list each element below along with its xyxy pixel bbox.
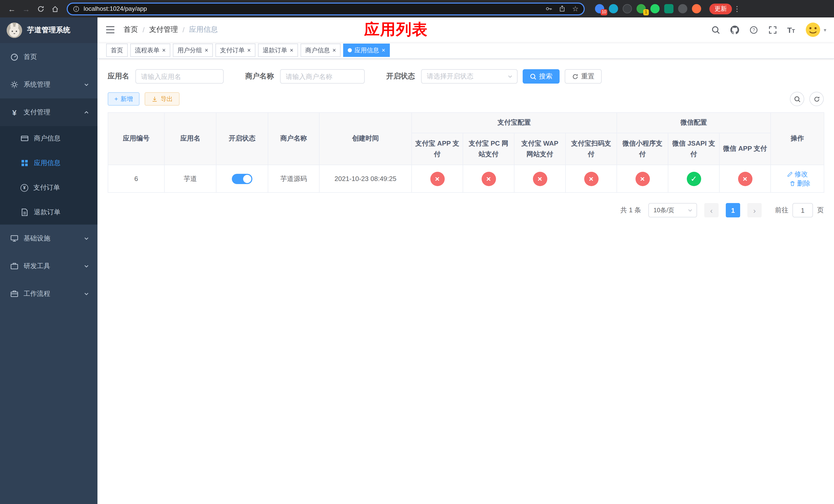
merchant-name-input[interactable] — [280, 69, 365, 84]
page-size-select[interactable]: 10条/页 — [648, 203, 697, 217]
status-select[interactable]: 请选择开启状态 — [421, 69, 518, 84]
tab-merchant-info[interactable]: 商户信息× — [301, 44, 341, 57]
extension-icon-5[interactable] — [650, 4, 660, 13]
page-1-button[interactable]: 1 — [726, 203, 740, 217]
sidebar-item-label: 工作流程 — [24, 289, 79, 298]
export-button[interactable]: 导出 — [145, 92, 179, 106]
prev-page-button[interactable]: ‹ — [704, 203, 719, 217]
page-info-icon[interactable] — [73, 5, 80, 12]
sidebar-item-refund-orders[interactable]: 退款订单 — [0, 200, 97, 225]
gear-icon — [10, 81, 19, 89]
breadcrumb-payment[interactable]: 支付管理 — [149, 25, 178, 35]
password-key-icon[interactable] — [546, 5, 553, 12]
user-menu[interactable]: ▾ — [805, 22, 826, 38]
col-header-wechat-jsapi: 微信 JSAPI 支付 — [668, 133, 719, 165]
font-size-icon[interactable]: TT — [787, 26, 795, 33]
wechat-jsapi-status-icon: ✓ — [686, 171, 701, 186]
home-icon — [51, 5, 59, 13]
breadcrumb-current: 应用信息 — [189, 25, 218, 35]
col-header-status: 开启状态 — [216, 113, 268, 165]
monitor-icon — [10, 234, 19, 243]
back-button[interactable]: ← — [5, 2, 19, 15]
status-toggle[interactable] — [232, 174, 253, 184]
yen-icon: ¥ — [10, 109, 19, 116]
search-icon[interactable] — [711, 25, 720, 34]
col-group-wechat: 微信配置 — [617, 113, 771, 133]
tab-refund-orders[interactable]: 退款订单× — [258, 44, 298, 57]
col-header-ops: 操作 — [771, 113, 824, 165]
extension-icon-3[interactable] — [623, 4, 632, 13]
toggle-search-button[interactable] — [790, 92, 804, 106]
extension-icon-6[interactable] — [664, 4, 674, 13]
extension-icon-4[interactable]: 1 — [637, 4, 646, 13]
sidebar-item-home[interactable]: 首页 — [0, 43, 97, 71]
bookmark-star-icon[interactable]: ☆ — [572, 5, 578, 12]
search-icon — [794, 96, 800, 102]
tab-process-form[interactable]: 流程表单× — [130, 44, 170, 57]
reload-button[interactable] — [34, 2, 47, 15]
close-icon[interactable]: × — [205, 47, 208, 53]
url-text[interactable]: localhost:1024/pay/app — [84, 5, 541, 12]
close-icon[interactable]: × — [290, 47, 293, 53]
col-header-alipay-pc: 支付宝 PC 网站支付 — [463, 133, 514, 165]
caret-down-icon: ▾ — [824, 27, 826, 32]
tab-pay-orders[interactable]: 支付订单× — [215, 44, 256, 57]
dashboard-icon — [10, 53, 19, 61]
sidebar-item-label: 应用信息 — [34, 158, 89, 168]
share-icon[interactable] — [559, 5, 566, 12]
browser-menu-icon[interactable]: ⋮ — [733, 5, 741, 13]
chrome-update-button[interactable]: 更新 — [709, 3, 732, 14]
sidebar-item-dev-tools[interactable]: 研发工具 — [0, 252, 97, 280]
sidebar-item-payment[interactable]: ¥ 支付管理 — [0, 98, 97, 126]
sidebar-item-infrastructure[interactable]: 基础设施 — [0, 225, 97, 252]
forward-button[interactable]: → — [20, 2, 33, 15]
sidebar-item-label: 商户信息 — [34, 134, 89, 143]
page-title: 应用列表 — [364, 19, 428, 40]
table-row: 6 芋道 芋道源码 2021-10-23 08:49:25 × × × × × — [108, 165, 824, 192]
sidebar-item-app-info[interactable]: 应用信息 — [0, 151, 97, 175]
sidebar-item-label: 支付管理 — [24, 108, 79, 117]
tab-app-info[interactable]: 应用信息× — [343, 44, 390, 57]
delete-button[interactable]: 删除 — [789, 179, 810, 188]
extension-icon-2[interactable] — [609, 4, 618, 13]
fullscreen-icon[interactable] — [768, 25, 777, 34]
search-form: 应用名 商户名称 开启状态 请选择开启状态 搜索 — [108, 69, 824, 84]
grid-icon — [21, 159, 29, 167]
search-button[interactable]: 搜索 — [523, 69, 559, 84]
reset-button[interactable]: 重置 — [565, 69, 602, 84]
sidebar-item-label: 支付订单 — [33, 183, 89, 192]
extension-icon-1[interactable]: 10 — [595, 4, 604, 13]
extension-icon-8[interactable] — [692, 4, 701, 13]
close-icon[interactable]: × — [381, 47, 385, 53]
next-page-button[interactable]: › — [747, 203, 762, 217]
alipay-app-status-icon: × — [430, 171, 444, 186]
sidebar-item-pay-orders[interactable]: ¥ 支付订单 — [0, 175, 97, 200]
close-icon[interactable]: × — [332, 47, 336, 53]
close-icon[interactable]: × — [247, 47, 251, 53]
card-icon — [21, 134, 29, 142]
pagination: 共 1 条 10条/页 ‹ 1 › 前往 页 — [108, 203, 824, 217]
extension-icon-7[interactable] — [678, 4, 687, 13]
app-name-input[interactable] — [135, 69, 224, 84]
url-bar[interactable]: localhost:1024/pay/app ☆ — [67, 2, 585, 15]
extensions-area: 10 1 — [595, 4, 701, 13]
goto-page-input[interactable] — [792, 203, 813, 217]
edit-button[interactable]: 修改 — [787, 169, 808, 179]
sidebar-item-system[interactable]: 系统管理 — [0, 71, 97, 98]
sidebar-item-workflow[interactable]: 工作流程 — [0, 280, 97, 307]
home-button[interactable] — [48, 2, 62, 15]
extension-badge: 1 — [643, 9, 649, 15]
close-icon[interactable]: × — [162, 47, 166, 53]
add-button[interactable]: + 新增 — [108, 92, 139, 106]
sidebar-item-merchant-info[interactable]: 商户信息 — [0, 126, 97, 151]
collapse-sidebar-icon[interactable] — [105, 25, 115, 35]
refresh-table-button[interactable] — [809, 92, 824, 106]
help-icon[interactable]: ? — [749, 25, 758, 34]
tab-home[interactable]: 首页 — [106, 44, 128, 57]
wechat-mini-status-icon: × — [635, 171, 650, 186]
breadcrumb-home[interactable]: 首页 — [124, 25, 138, 35]
tab-user-group[interactable]: 用户分组× — [173, 44, 213, 57]
col-header-app-id: 应用编号 — [108, 113, 164, 165]
cell-app-id: 6 — [108, 165, 164, 192]
github-icon[interactable] — [730, 25, 739, 34]
